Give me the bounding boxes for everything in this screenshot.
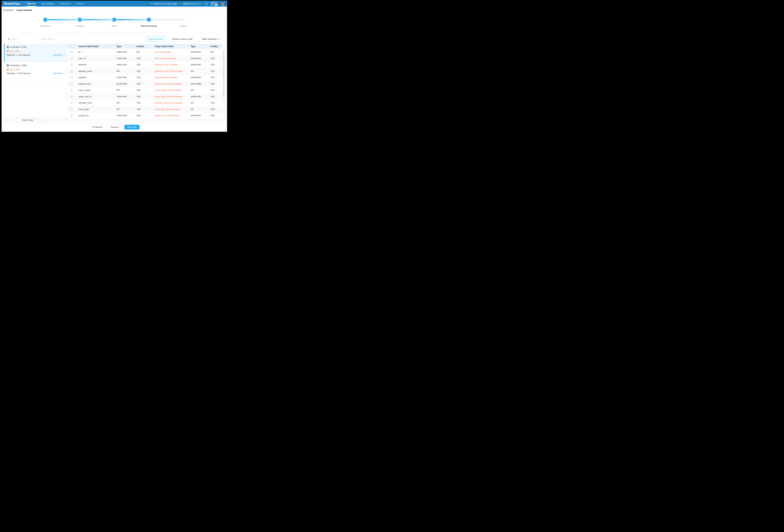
field-mapping-table: ✓ Source Table Fields Type Is NULL Targe… — [67, 44, 225, 123]
source-isnull: YES — [134, 55, 152, 62]
user-avatar[interactable] — [221, 2, 225, 6]
vertical-scrollbar[interactable] — [223, 50, 224, 97]
menu-item-datasource[interactable]: DataSource — [59, 1, 71, 7]
operation-dropdown[interactable]: Operation — [53, 54, 65, 56]
source-type: INT — [114, 106, 134, 112]
target-field: operator (to be Created) — [152, 74, 188, 81]
table-icon — [7, 64, 9, 66]
table-toolbar: Select Mapping Rules Upload Custom Code … — [4, 34, 225, 44]
source-type: VARCHAR — [114, 74, 134, 81]
source-type: DATETIME — [114, 81, 134, 87]
target-field: operate_score (to be Created) — [152, 68, 188, 74]
target-isnull: YES — [208, 62, 222, 68]
source-type: VARCHAR — [114, 49, 134, 55]
select-all-checkbox[interactable]: ✓ — [71, 45, 73, 48]
step-number-circle: 5 — [181, 18, 186, 22]
target-isnull: YES — [208, 87, 222, 93]
source-field: product_id — [76, 112, 114, 119]
step-properties: Properties — [78, 18, 82, 22]
target-isnull: YES — [208, 106, 222, 112]
table-row: ✓member_levelINTYESmember_level (to be C… — [67, 100, 222, 106]
source-isnull: YES — [134, 100, 152, 106]
row-checkbox[interactable]: ✓ — [71, 89, 73, 91]
app-window: BladePipe DataJob Sync Settings DataSour… — [2, 1, 227, 132]
target-type: INT — [188, 68, 208, 74]
table-pair-list: aa-fanqie.A_3392 lly.A_3392 Selected15/1… — [4, 44, 67, 123]
target-table-add-icon — [7, 68, 9, 71]
target-isnull: YES — [208, 93, 222, 100]
target-type: INT — [188, 87, 208, 93]
row-checkbox[interactable]: ✓ — [71, 70, 73, 72]
row-checkbox[interactable]: ✓ — [71, 51, 73, 53]
target-field: user_id (to be Created) — [152, 55, 188, 62]
stepper-card: DataSource Properties Tables 4 Data Proc… — [4, 13, 225, 33]
source-isnull: YES — [134, 87, 152, 93]
select-placeholder: Select — [11, 38, 33, 40]
next-step-button[interactable]: Next Step — [124, 125, 140, 130]
source-type: VARCHAR — [114, 112, 134, 119]
table-filter-input[interactable] — [39, 36, 87, 42]
toolbar-buttons: Mapping Rules Upload Custom Code Batch O… — [146, 36, 223, 41]
menu-item-settings[interactable]: Settings — [76, 1, 84, 7]
menu-item-datajob[interactable]: DataJob — [27, 1, 36, 7]
refresh-button[interactable]: Refresh — [89, 125, 105, 130]
row-checkbox[interactable]: ✓ — [71, 102, 73, 104]
source-type: INT — [114, 68, 134, 74]
source-isnull: YES — [134, 93, 152, 100]
source-field: member_level — [76, 100, 114, 106]
environment-selector[interactable]: California (v0.7.0) — [180, 2, 202, 5]
status-dot — [180, 3, 181, 4]
help-icon[interactable]: ? — [205, 2, 208, 5]
page-number-button[interactable]: 1 — [40, 118, 44, 122]
row-checkbox[interactable]: ✓ — [71, 83, 73, 85]
wizard-footer: Refresh Previous Next Step — [2, 123, 227, 131]
total-items-label: Total 2 items — [22, 119, 33, 121]
previous-button[interactable]: Previous — [108, 125, 122, 130]
table-pair-item[interactable]: aa-fanqie.A_3392 lly.A_3392 Selected15/1… — [4, 44, 67, 62]
source-type: VARCHAR — [114, 55, 134, 62]
step-connector — [117, 19, 146, 20]
horizontal-scrollbar[interactable] — [67, 120, 222, 123]
source-isnull: YES — [134, 106, 152, 112]
row-checkbox[interactable]: ✓ — [71, 95, 73, 98]
header-target-type: Type — [188, 44, 208, 49]
table-row: ✓score_typeINTYESscore_type (to be Creat… — [67, 106, 222, 113]
menu-item-sync-settings[interactable]: Sync Settings — [41, 1, 55, 7]
return-arrow-icon — [150, 2, 153, 5]
mapping-rules-button[interactable]: Mapping Rules — [146, 36, 165, 41]
table-row: ✓score_rule_idVARCHARYESscore_rule_id (t… — [67, 93, 222, 100]
source-table-line: aa-fanqie.A_3392 — [7, 46, 65, 48]
return-home-link[interactable]: Return to the home page — [150, 2, 177, 5]
field-table-body: ✓idVARCHARNOid (to be Created)VARCHARNO✓… — [67, 49, 225, 119]
table-row: ✓product_idVARCHARYESproduct_id (to be C… — [67, 112, 222, 119]
prev-page-button[interactable] — [35, 118, 39, 122]
row-checkbox[interactable]: ✓ — [71, 114, 73, 117]
operation-dropdown[interactable]: Operation — [53, 72, 65, 75]
source-isnull: YES — [134, 74, 152, 81]
row-checkbox[interactable]: ✓ — [71, 57, 73, 60]
navbar-right: Return to the home page California (v0.7… — [150, 2, 225, 6]
datasource-select[interactable]: Select — [6, 36, 38, 42]
app-logo[interactable]: BladePipe — [4, 2, 20, 5]
step-number-circle: 4 — [147, 18, 151, 22]
header-source-isnull: Is NULL — [134, 44, 152, 49]
source-field: direction — [76, 62, 114, 68]
item-bottom-line: Selected15/15 Columns Operation — [7, 54, 65, 56]
source-field: user_id — [76, 55, 114, 62]
step-check-circle — [43, 18, 48, 22]
batch-operation-button[interactable]: Batch Operation — [199, 36, 223, 41]
row-checkbox[interactable]: ✓ — [71, 108, 73, 110]
header-source-type: Type — [114, 44, 134, 49]
row-checkbox[interactable]: ✓ — [71, 76, 73, 79]
source-type: VARCHAR — [114, 93, 134, 100]
next-page-button[interactable] — [45, 118, 49, 122]
source-type: INT — [114, 100, 134, 106]
table-pair-item[interactable]: aa-fanqie.A_3393 lly.A_3393 Selected15/1… — [4, 62, 67, 81]
target-isnull: YES — [208, 74, 222, 81]
target-isnull: NO — [208, 49, 222, 55]
upload-custom-code-button[interactable]: Upload Custom Code — [170, 36, 195, 41]
target-table-line: lly.A_3392 — [7, 50, 65, 52]
main-menu: DataJob Sync Settings DataSource Setting… — [27, 1, 89, 7]
row-checkbox[interactable]: ✓ — [71, 63, 73, 66]
breadcrumb-parent[interactable]: DataJob — [5, 9, 13, 11]
